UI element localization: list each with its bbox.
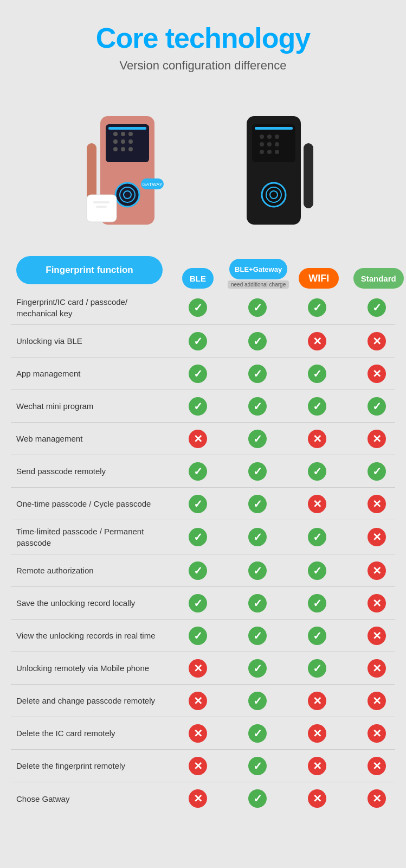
check-icon: ✓ xyxy=(189,627,207,645)
check-icon: ✓ xyxy=(368,298,386,317)
wifi-cell: ✕ xyxy=(287,757,347,775)
wifi-cell: ✓ xyxy=(287,462,347,481)
wifi-cell: ✓ xyxy=(287,397,347,416)
wifi-cell: ✕ xyxy=(287,495,347,513)
svg-point-28 xyxy=(260,142,264,146)
bleg-cell: ✓ xyxy=(228,430,287,448)
ble-cell: ✕ xyxy=(168,430,228,448)
table-row: One-time passcode / Cycle passcode ✓ ✓ ✕… xyxy=(11,488,395,520)
check-icon: ✓ xyxy=(308,298,326,317)
check-icon: ✓ xyxy=(248,561,267,580)
check-icon: ✓ xyxy=(248,627,267,645)
svg-rect-16 xyxy=(87,195,117,222)
table-row: Time-limited passcode / Permanent passco… xyxy=(11,520,395,554)
cross-icon: ✕ xyxy=(308,724,326,743)
feature-label: View the unlocking records in real time xyxy=(11,624,168,647)
svg-point-5 xyxy=(128,132,133,136)
bleg-cell: ✓ xyxy=(228,332,287,350)
wifi-cell: ✕ xyxy=(287,724,347,743)
check-icon: ✓ xyxy=(189,365,207,383)
ble-cell: ✕ xyxy=(168,659,228,678)
wifi-cell: ✓ xyxy=(287,594,347,612)
cross-icon: ✕ xyxy=(368,430,386,448)
std-cell: ✕ xyxy=(347,365,406,383)
std-cell: ✓ xyxy=(347,462,406,481)
cross-icon: ✕ xyxy=(368,528,386,546)
feature-header-label: Fingerprint function xyxy=(16,256,163,284)
svg-point-33 xyxy=(275,150,279,154)
svg-rect-12 xyxy=(108,127,146,130)
ble-cell: ✓ xyxy=(168,397,228,416)
wifi-cell: ✓ xyxy=(287,365,347,383)
col-header-std: Standard xyxy=(349,268,406,289)
std-cell: ✕ xyxy=(347,757,406,775)
device-rose-gold: GATWAY xyxy=(68,89,187,230)
cross-icon: ✕ xyxy=(308,495,326,513)
device-black xyxy=(220,89,339,230)
ble-cell: ✓ xyxy=(168,298,228,317)
check-icon: ✓ xyxy=(189,528,207,546)
std-cell: ✕ xyxy=(347,332,406,350)
cross-icon: ✕ xyxy=(308,692,326,710)
cross-icon: ✕ xyxy=(368,365,386,383)
bleg-cell: ✓ xyxy=(228,298,287,317)
svg-point-32 xyxy=(267,150,272,154)
cross-icon: ✕ xyxy=(368,659,386,678)
std-label: Standard xyxy=(353,268,404,289)
check-icon: ✓ xyxy=(368,397,386,416)
check-icon: ✓ xyxy=(308,627,326,645)
std-cell: ✕ xyxy=(347,724,406,743)
check-icon: ✓ xyxy=(248,692,267,710)
check-icon: ✓ xyxy=(248,757,267,775)
feature-label: Save the unlocking record locally xyxy=(11,592,168,614)
feature-label: One-time passcode / Cycle passcode xyxy=(11,493,168,515)
check-icon: ✓ xyxy=(189,298,207,317)
cross-icon: ✕ xyxy=(189,659,207,678)
check-icon: ✓ xyxy=(308,561,326,580)
table-row: Wechat mini program ✓ ✓ ✓ ✓ xyxy=(11,390,395,423)
ble-cell: ✕ xyxy=(168,789,228,808)
cross-icon: ✕ xyxy=(368,332,386,350)
cross-icon: ✕ xyxy=(368,789,386,808)
feature-label: Unlocking remotely via Mobile phone xyxy=(11,657,168,679)
bleg-cell: ✓ xyxy=(228,397,287,416)
cross-icon: ✕ xyxy=(189,430,207,448)
wifi-cell: ✕ xyxy=(287,332,347,350)
cross-icon: ✕ xyxy=(368,692,386,710)
table-row: Save the unlocking record locally ✓ ✓ ✓ … xyxy=(11,587,395,620)
page-subtitle: Version configuration difference xyxy=(11,59,395,73)
check-icon: ✓ xyxy=(248,659,267,678)
std-cell: ✕ xyxy=(347,692,406,710)
table-body: Fingerprint/IC card / passcode/ mechanic… xyxy=(11,291,395,815)
ble-cell: ✓ xyxy=(168,528,228,546)
ble-cell: ✕ xyxy=(168,724,228,743)
bleg-cell: ✓ xyxy=(228,757,287,775)
cross-icon: ✕ xyxy=(189,757,207,775)
check-icon: ✓ xyxy=(248,298,267,317)
svg-point-11 xyxy=(128,147,133,151)
cross-icon: ✕ xyxy=(189,724,207,743)
bleg-cell: ✓ xyxy=(228,594,287,612)
svg-rect-23 xyxy=(252,124,295,162)
table-row: Delete the IC card remotely ✕ ✓ ✕ ✕ xyxy=(11,717,395,750)
svg-point-7 xyxy=(121,139,125,144)
cross-icon: ✕ xyxy=(368,627,386,645)
ble-cell: ✕ xyxy=(168,692,228,710)
std-cell: ✓ xyxy=(347,397,406,416)
svg-point-25 xyxy=(260,135,264,139)
std-cell: ✕ xyxy=(347,594,406,612)
wifi-label: WIFI xyxy=(299,268,339,289)
cross-icon: ✕ xyxy=(189,789,207,808)
ble-label: BLE xyxy=(182,268,214,289)
cross-icon: ✕ xyxy=(308,430,326,448)
page-title: Core technology xyxy=(11,22,395,54)
std-cell: ✕ xyxy=(347,430,406,448)
check-icon: ✓ xyxy=(248,397,267,416)
check-icon: ✓ xyxy=(248,594,267,612)
std-cell: ✕ xyxy=(347,561,406,580)
feature-label: Wechat mini program xyxy=(11,395,168,417)
cross-icon: ✕ xyxy=(308,789,326,808)
table-row: Delete and change passcode remotely ✕ ✓ … xyxy=(11,685,395,717)
svg-point-34 xyxy=(262,183,286,207)
table-row: Chose Gatway ✕ ✓ ✕ ✕ xyxy=(11,782,395,815)
